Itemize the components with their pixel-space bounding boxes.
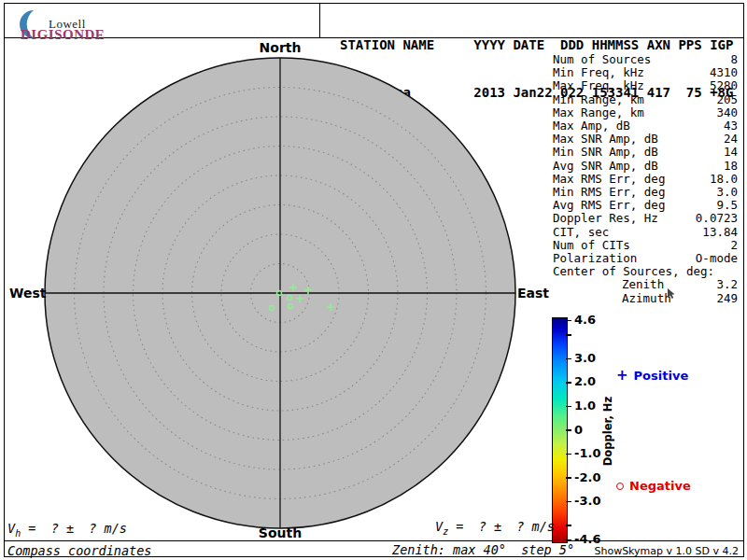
stats-value: 18.0 <box>710 173 738 186</box>
stats-value: 8 <box>730 53 738 66</box>
stats-value: 24 <box>724 133 738 146</box>
colorbar-tick-label: -1.0 <box>574 447 600 460</box>
stats-row: Avg SNR Amp, dB18 <box>553 160 738 173</box>
stats-value: 2 <box>730 239 738 252</box>
legend-positive: + Positive <box>616 367 688 384</box>
stats-label: Min RMS Err, deg <box>553 186 665 199</box>
stats-row: Max RMS Err, deg18.0 <box>553 173 738 186</box>
showskymap-window: Lowell DIGISONDE STATION NAME YYYY DATE … <box>0 0 747 560</box>
mouse-cursor-icon <box>668 288 677 300</box>
stats-label: Min Freq, kHz <box>553 66 644 79</box>
colorbar-tick-label: 2.0 <box>574 375 596 388</box>
app-version-label: ShowSkymap v 1.0 SD v 4.2 <box>462 545 739 557</box>
stats-row: Max Range, km340 <box>553 106 738 119</box>
stats-row: Min SNR Amp, dB14 <box>553 146 738 159</box>
plus-marker-icon: + <box>616 367 628 384</box>
colorbar-tick <box>566 501 571 502</box>
compass-label-west: West <box>9 286 43 301</box>
compass-label-east: East <box>517 286 551 301</box>
colorbar-tick <box>566 320 571 321</box>
stats-label: Center of Sources, deg: <box>553 265 714 278</box>
colorbar-tick <box>566 382 571 383</box>
stats-panel: Num of Sources8Min Freq, kHz4310Max Freq… <box>553 53 738 305</box>
stats-value: 14 <box>724 146 738 159</box>
stats-row: Azimuth249 <box>553 292 738 305</box>
stats-label: Min SNR Amp, dB <box>553 146 658 159</box>
colorbar-tick <box>566 539 571 540</box>
stats-row: Min Freq, kHz4310 <box>553 66 738 79</box>
legend-negative: Negative <box>616 479 691 493</box>
horizontal-velocity-readout: Vh = ? ± ? m/s <box>7 521 127 539</box>
colorbar-tick <box>566 358 571 359</box>
stats-value: 205 <box>716 93 738 106</box>
stats-value: 9.5 <box>716 199 738 212</box>
stats-value: 5280 <box>710 79 738 92</box>
colorbar-tick <box>566 334 571 335</box>
stats-label: CIT, sec <box>553 226 609 239</box>
colorbar-tick <box>566 406 571 407</box>
colorbar-tick-label: 3.0 <box>574 352 596 365</box>
stats-row: Max Amp, dB43 <box>553 119 738 133</box>
stats-row: CIT, sec13.84 <box>553 226 738 239</box>
stats-label: Num of Sources <box>553 53 651 66</box>
stats-row: Min RMS Err, deg3.0 <box>553 186 738 199</box>
colorbar-tick <box>566 454 571 455</box>
colorbar-title: Doppler, Hz <box>601 389 614 473</box>
stats-label: Avg SNR Amp, dB <box>553 160 658 173</box>
stats-row: Max SNR Amp, dB24 <box>553 133 738 146</box>
stats-label: Min Range, km <box>553 93 644 106</box>
stats-row: Center of Sources, deg: <box>553 265 738 278</box>
stats-label: Max RMS Err, deg <box>553 173 665 186</box>
stats-row: Num of Sources8 <box>553 53 738 66</box>
stats-label: Max Range, km <box>553 106 644 119</box>
colorbar-tick <box>566 429 571 430</box>
compass-coordinates-note: Compass coordinates <box>7 543 151 558</box>
compass-label-south: South <box>243 525 317 540</box>
stats-value: 43 <box>724 119 738 133</box>
stats-row: Doppler Res, Hz0.0723 <box>553 212 738 225</box>
stats-row: PolarizationO-mode <box>553 252 738 265</box>
stats-value: 0.0723 <box>696 212 738 225</box>
stats-value: 340 <box>716 106 738 119</box>
stats-label: Num of CITs <box>553 239 630 252</box>
stats-row: Min Range, km205 <box>553 93 738 106</box>
stats-row: Num of CITs2 <box>553 239 738 252</box>
colorbar-tick-label: -4.6 <box>574 533 600 546</box>
legend-negative-label: Negative <box>629 479 691 493</box>
vertical-velocity-readout: Vz = ? ± ? m/s <box>435 519 555 537</box>
stats-value: 4310 <box>710 66 738 79</box>
stats-value: 249 <box>716 292 738 305</box>
legend-positive-label: Positive <box>634 369 689 383</box>
colorbar-tick-label: -2.0 <box>574 471 600 484</box>
stats-value: 18 <box>724 160 738 173</box>
compass-label-north: North <box>243 40 317 55</box>
stats-label: Max SNR Amp, dB <box>553 133 658 146</box>
stats-label: Doppler Res, Hz <box>553 212 658 225</box>
stats-value: 3.0 <box>716 186 738 199</box>
stats-label: Azimuth <box>553 292 671 305</box>
colorbar-tick-label: 0 <box>574 424 583 437</box>
stats-label: Max Freq, kHz <box>553 79 644 92</box>
colorbar-tick <box>566 477 571 478</box>
stats-value: 3.2 <box>716 278 738 291</box>
colorbar-tick-label: -3.0 <box>574 495 600 508</box>
stats-label: Zenith <box>553 278 664 291</box>
colorbar-tick-label: 4.6 <box>574 314 596 327</box>
colorbar-tick-label: 1.0 <box>574 399 596 413</box>
colorbar-tick <box>566 525 571 525</box>
stats-value: 13.84 <box>702 226 738 239</box>
circle-marker-icon <box>616 483 624 490</box>
stats-value: O-mode <box>696 252 738 265</box>
stats-label: Polarization <box>553 252 637 265</box>
stats-row: Max Freq, kHz5280 <box>553 79 738 92</box>
stats-row: Zenith3.2 <box>553 278 738 291</box>
stats-label: Max Amp, dB <box>553 119 630 133</box>
stats-label: Avg RMS Err, deg <box>553 199 665 212</box>
stats-row: Avg RMS Err, deg9.5 <box>553 199 738 212</box>
